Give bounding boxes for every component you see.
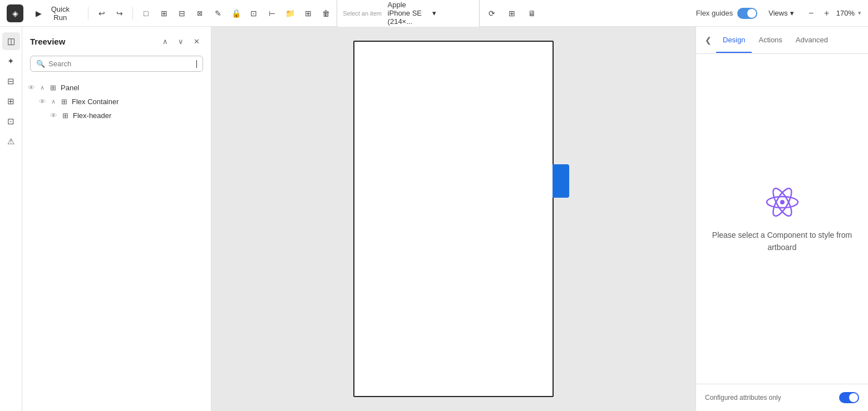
zoom-value: 170%: [836, 9, 855, 17]
device-selector[interactable]: Select an item Apple iPhone SE (214×... …: [337, 0, 480, 28]
treeview-close-button[interactable]: ✕: [190, 35, 203, 48]
layout-button[interactable]: ⊞: [504, 6, 520, 21]
sidebar-data-button[interactable]: ⊡: [2, 112, 20, 130]
quick-run-button[interactable]: ▶ Quick Run: [29, 2, 82, 25]
insert-tool-button[interactable]: ⊞: [156, 6, 171, 21]
tree-row-flex-header[interactable]: 👁 ⊞ Flex-header: [22, 109, 211, 123]
search-icon: 🔍: [36, 60, 45, 68]
flex-container-chevron-icon[interactable]: ∧: [51, 98, 59, 105]
folder-tool-button[interactable]: 📁: [283, 6, 297, 21]
zoom-in-icon: +: [824, 8, 829, 18]
views-label: Views: [768, 9, 787, 17]
collapse-left-icon: ❮: [705, 36, 712, 45]
icon-sidebar: ◫ ✦ ⊟ ⊞ ⊡ ⚠: [0, 27, 22, 411]
subtract-tool-button[interactable]: ⊟: [175, 6, 189, 21]
sidebar-components-button[interactable]: ✦: [2, 52, 20, 70]
pen-tool-button[interactable]: ✎: [211, 6, 225, 21]
zoom-out-button[interactable]: −: [805, 7, 817, 19]
app-logo-button[interactable]: ◈: [7, 4, 23, 22]
main-content: ◫ ✦ ⊟ ⊞ ⊡ ⚠ Treeview ∧ ∨: [0, 27, 868, 411]
zoom-out-icon: −: [808, 8, 813, 18]
tree-row-flex-container[interactable]: 👁 ∧ ⊞ Flex Container: [22, 95, 211, 109]
assets-icon: ⊟: [7, 76, 14, 86]
empty-state-text: Please select a Component to style from …: [707, 229, 857, 254]
quick-run-label: Quick Run: [45, 5, 76, 22]
panel-component-icon: ⊞: [50, 84, 56, 92]
tree-label-panel: Panel: [61, 84, 79, 92]
toolbar-right: Flex guides Views ▾ − + 170% ▾: [543, 7, 861, 19]
canvas-area[interactable]: [211, 27, 696, 411]
grid-tool-icon: ⊡: [250, 9, 257, 18]
tab-actions[interactable]: Actions: [752, 28, 789, 53]
pages-icon: ⊞: [7, 96, 14, 106]
right-panel-footer: Configured attributes only: [696, 384, 868, 411]
data-icon: ⊡: [7, 116, 14, 126]
toolbar-divider-2: [132, 7, 133, 20]
components-icon: ✦: [7, 56, 14, 66]
device-selector-value: Apple iPhone SE (214×...: [388, 1, 429, 26]
monitor-icon: 🖥: [528, 9, 536, 18]
treeview-expand-all-button[interactable]: ∧: [159, 35, 172, 48]
flex-header-eye-icon[interactable]: 👁: [50, 111, 60, 120]
artboard-scroll-handle[interactable]: [553, 164, 569, 198]
expand-all-icon: ∧: [162, 37, 168, 46]
right-panel-content: Please select a Component to style from …: [696, 54, 868, 384]
tab-actions-label: Actions: [758, 36, 782, 44]
tab-design[interactable]: Design: [716, 28, 752, 53]
grid2-tool-button[interactable]: ⊞: [300, 6, 315, 21]
artboard[interactable]: [353, 41, 554, 397]
treeview-panel: Treeview ∧ ∨ ✕ 🔍: [22, 27, 211, 411]
zoom-chevron-icon: ▾: [858, 9, 861, 17]
tree-row-panel[interactable]: 👁 ∧ ⊞ Panel: [22, 81, 211, 95]
undo-button[interactable]: ↩: [94, 6, 108, 21]
footer-configured-label: Configured attributes only: [705, 394, 781, 402]
redo-icon: ↪: [116, 9, 123, 18]
footer-toggle[interactable]: [839, 392, 859, 403]
sidebar-pages-button[interactable]: ⊞: [2, 92, 20, 110]
toolbar: ◈ ▶ Quick Run ↩ ↪ □ ⊞ ⊟ ⊠ ✎ 🔒: [0, 0, 868, 27]
lock-tool-icon: 🔒: [231, 9, 241, 18]
search-input[interactable]: [48, 60, 193, 68]
sidebar-assets-button[interactable]: ⊟: [2, 72, 20, 90]
redo-button[interactable]: ↪: [112, 6, 127, 21]
tree-items: 👁 ∧ ⊞ Panel 👁 ∧ ⊞ Flex Container 👁 ⊞ Fle…: [22, 77, 211, 411]
refresh-button[interactable]: ⟳: [484, 6, 500, 21]
panel-eye-icon[interactable]: 👁: [28, 84, 38, 92]
sidebar-layers-button[interactable]: ◫: [2, 32, 20, 50]
treeview-title: Treeview: [30, 37, 65, 46]
right-panel: ❮ Design Actions Advanced Please select …: [696, 27, 868, 411]
close-icon: ✕: [194, 37, 200, 46]
toolbar-center: Select an item Apple iPhone SE (214×... …: [337, 0, 540, 28]
undo-icon: ↩: [98, 9, 105, 18]
flex-guides-toggle[interactable]: [737, 8, 757, 19]
split-tool-button[interactable]: ⊢: [265, 6, 279, 21]
frame-tool-button[interactable]: □: [139, 6, 153, 21]
flex-guides-label: Flex guides: [696, 9, 733, 17]
flex-container-eye-icon[interactable]: 👁: [39, 97, 49, 106]
search-container: 🔍: [22, 53, 211, 77]
flex-guides-section: Flex guides: [696, 8, 757, 19]
flex-container-component-icon: ⊞: [61, 97, 67, 106]
refresh-icon: ⟳: [489, 9, 495, 18]
tab-advanced-label: Advanced: [796, 36, 828, 44]
views-button[interactable]: Views ▾: [763, 7, 799, 19]
tree-label-flex-container: Flex Container: [72, 97, 119, 106]
folder-tool-icon: 📁: [285, 9, 295, 18]
lock-tool-button[interactable]: 🔒: [229, 6, 243, 21]
panel-chevron-icon[interactable]: ∧: [40, 84, 48, 91]
right-panel-collapse-button[interactable]: ❮: [701, 27, 716, 53]
subtract-tool-icon: ⊟: [179, 9, 185, 18]
monitor-button[interactable]: 🖥: [524, 6, 540, 21]
device-selector-placeholder: Select an item: [343, 10, 384, 17]
arrange-tool-button[interactable]: ⊠: [193, 6, 207, 21]
grid-tool-button[interactable]: ⊡: [246, 6, 261, 21]
sidebar-alerts-button[interactable]: ⚠: [2, 133, 20, 150]
split-tool-icon: ⊢: [269, 9, 275, 18]
right-panel-tabs: ❮ Design Actions Advanced: [696, 27, 868, 54]
delete-tool-button[interactable]: 🗑: [319, 6, 333, 21]
alerts-icon: ⚠: [7, 136, 14, 146]
tab-advanced[interactable]: Advanced: [789, 28, 835, 53]
collapse-all-icon: ∨: [178, 37, 184, 46]
treeview-collapse-all-button[interactable]: ∨: [174, 35, 188, 48]
zoom-in-button[interactable]: +: [821, 7, 833, 19]
